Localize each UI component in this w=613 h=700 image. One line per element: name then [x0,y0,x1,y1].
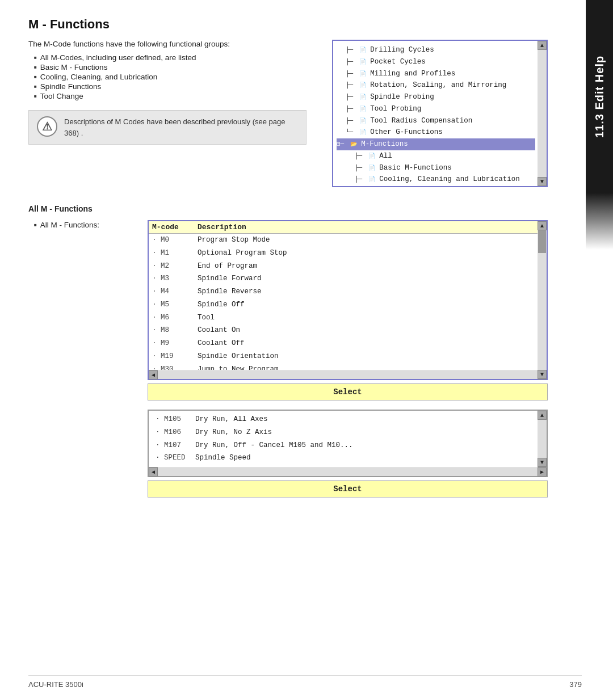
col-header-code: M-code [152,223,198,231]
tree-scroll-up[interactable]: ▲ [538,41,547,50]
mcode-scroll-down-2[interactable]: ▼ [538,458,547,467]
main-content: M - Functions The M-Code functions have … [28,17,548,497]
mcode-table-body-2: · M105Dry Run, All Axes · M106Dry Run, N… [149,411,547,467]
mcode-table-1: M-code Description · M0Program Stop Mode… [148,220,548,380]
tree-widget-container: ├─ 📄 Drilling Cycles ├─ 📄 Pocket Cycles [332,40,548,187]
table-row[interactable]: · M4Spindle Reverse [149,285,538,298]
sidebar-label-text: 11.3 Edit Help [593,55,606,137]
select-button-1[interactable]: Select [148,383,548,400]
intro-text: The M-Code functions have the following … [28,40,315,48]
mcode-scrollbar-1[interactable]: ▲ ▼ [538,221,547,379]
h-scroll-left-2[interactable]: ◀ [149,467,158,476]
mcode-table-2: · M105Dry Run, All Axes · M106Dry Run, N… [148,410,548,477]
mcode-scroll-thumb [538,230,546,253]
tree-scroll-down[interactable]: ▼ [538,177,547,186]
h-scroll-track-2 [158,468,538,476]
footer-left: ACU-RITE 3500i [28,680,83,689]
section-subtitle: All M - Functions [28,204,548,213]
table-row[interactable]: · M30Jump to New Program [149,363,538,370]
h-scrollbar-2[interactable]: ◀ ▶ [149,467,547,476]
table-row[interactable]: · M19Spindle Orientation [149,350,538,363]
footer: ACU-RITE 3500i 379 [28,675,582,689]
list-item: Cooling, Cleaning, and Lubrication [34,72,315,82]
table-row[interactable]: · SPEEDSpindle Speed [152,452,535,465]
tree-item-basic-m[interactable]: ├─ 📄 Basic M-Functions [337,162,535,174]
sidebar-label: 11.3 Edit Help [586,0,613,193]
tree-scrollbar[interactable]: ▲ ▼ [538,41,547,186]
table-row[interactable]: · M0Program Stop Mode [149,234,538,247]
col-header-desc: Description [198,223,543,231]
mcode-table-body-1: · M0Program Stop Mode · M1Optional Progr… [149,234,547,370]
warning-box: ⚠ Descriptions of M Codes have been desc… [28,110,306,145]
list-item: All M-Codes, including user defined, are… [34,53,315,62]
tree-item-pocket[interactable]: ├─ 📄 Pocket Cycles [337,56,535,68]
all-m-bullet: All M - Functions: [34,220,131,230]
sidebar-fade [586,193,613,250]
mcode-scroll-up[interactable]: ▲ [538,221,547,230]
table-row[interactable]: · M5Spindle Off [149,298,538,311]
tree-item-m-functions[interactable]: ⊟─ 📂 M-Functions [337,138,535,150]
table-row[interactable]: · M9Coolant Off [149,337,538,350]
table-row[interactable]: · M8Coolant On [149,324,538,337]
table-row[interactable]: · M2End of Program [149,260,538,273]
tree-item-tool-probing[interactable]: ├─ 📄 Tool Probing [337,103,535,115]
warning-icon: ⚠ [37,116,57,137]
tree-item-cooling[interactable]: ├─ 📄 Cooling, Cleaning and Lubrication [337,174,535,185]
all-m-list-item: All M - Functions: [34,220,131,230]
table2-wrapper: · M105Dry Run, All Axes · M106Dry Run, N… [148,410,548,497]
footer-right: 379 [569,680,582,689]
mcode-scroll-track [538,230,547,370]
mcode-scroll-up-2[interactable]: ▲ [538,411,547,420]
page-container: 11.3 Edit Help M - Functions The M-Code … [0,0,613,700]
page-title: M - Functions [28,17,548,32]
warning-text: Descriptions of M Codes have been descri… [64,116,298,138]
mcode-table-header: M-code Description [149,221,547,234]
table-row[interactable]: · M1Optional Program Stop [149,247,538,260]
table-row[interactable]: · M3Spindle Forward [149,272,538,285]
left-content: The M-Code functions have the following … [28,40,315,158]
table-row[interactable]: · M6Tool [149,311,538,324]
mcode-scroll-down[interactable]: ▼ [538,370,547,379]
mcode-scrollbar-2[interactable]: ▲ ▼ [538,411,547,467]
tree-item-spindle-probing[interactable]: ├─ 📄 Spindle Probing [337,91,535,103]
bullet-list: All M-Codes, including user defined, are… [34,53,315,101]
list-item: Tool Change [34,91,315,101]
tree-item-drilling[interactable]: ├─ 📄 Drilling Cycles [337,44,535,56]
table-row[interactable]: · M107Dry Run, Off - Cancel M105 and M10… [152,439,535,452]
tree-item-milling[interactable]: ├─ 📄 Milling and Profiles [337,68,535,80]
tree-content: ├─ 📄 Drilling Cycles ├─ 📄 Pocket Cycles [333,43,547,187]
h-scroll-left[interactable]: ◀ [149,370,158,379]
tree-item-all[interactable]: ├─ 📄 All [337,150,535,162]
tree-widget[interactable]: ├─ 📄 Drilling Cycles ├─ 📄 Pocket Cycles [332,40,548,187]
all-m-functions-section: All M - Functions All M - Functions: M-c… [28,204,548,497]
tree-item-spindle-func[interactable]: ├─ 📄 Spindle Functions [337,185,535,187]
h-scrollbar-1[interactable]: ◀ ▶ [149,370,547,379]
h-scroll-right-2[interactable]: ▶ [538,467,547,476]
h-scroll-track [158,371,538,379]
all-m-left: All M - Functions: [28,220,131,239]
mcode-scroll-track-2 [538,420,547,458]
list-item: Basic M - Functions [34,62,315,72]
list-item: Spindle Functions [34,82,315,91]
tree-item-other-g[interactable]: └─ 📄 Other G-Functions [337,126,535,138]
all-m-right: M-code Description · M0Program Stop Mode… [148,220,548,497]
all-m-layout: All M - Functions: M-code Description · … [28,220,548,497]
table-row[interactable]: · M106Dry Run, No Z Axis [152,426,535,439]
select-button-2[interactable]: Select [148,480,548,497]
top-section: The M-Code functions have the following … [28,40,548,187]
tree-item-tool-radius[interactable]: ├─ 📄 Tool Radius Compensation [337,115,535,127]
tree-item-rotation[interactable]: ├─ 📄 Rotation, Scaling, and Mirroring [337,79,535,91]
table-row[interactable]: · M105Dry Run, All Axes [152,413,535,426]
